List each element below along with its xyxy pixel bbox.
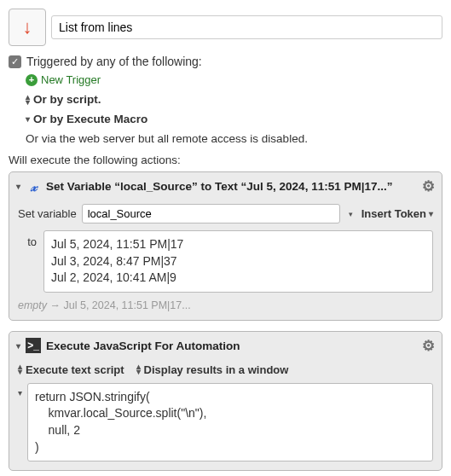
insert-token-button[interactable]: Insert Token ▾ [361,207,433,220]
display-results-select[interactable]: Display results in a window [144,363,289,376]
updown-icon[interactable]: ▴▾ [136,364,141,374]
plus-icon: + [26,74,38,86]
triggered-label: Triggered by any of the following: [26,55,202,68]
action-execute-js: ▾ >_ Execute JavaScript For Automation ⚙… [9,331,442,471]
macro-icon[interactable]: ↓ [9,9,46,46]
or-by-execute-macro-label: Or by Execute Macro [33,113,147,125]
arrow-down-icon: ↓ [23,18,32,37]
chevron-down-icon: ▾ [429,209,433,218]
updown-icon[interactable]: ▴▾ [18,364,22,374]
insert-token-label: Insert Token [361,207,426,220]
or-by-script-label: Or by script. [33,93,101,106]
macro-title-input[interactable] [51,15,442,39]
execute-script-select[interactable]: Execute text script [26,363,124,376]
gear-icon[interactable]: ⚙ [422,337,435,355]
to-label: to [18,230,37,248]
chevron-down-icon: ▾ [26,114,30,124]
new-trigger-button[interactable]: + New Trigger [26,73,442,86]
action-title: Set Variable “local_Source” to Text “Jul… [46,180,392,193]
gear-icon[interactable]: ⚙ [422,177,435,195]
action-set-variable: ▾ 𝓍 Set Variable “local_Source” to Text … [9,171,442,321]
or-by-execute-macro-row[interactable]: ▾ Or by Execute Macro [26,113,442,125]
set-variable-label: Set variable [18,207,77,220]
action-title: Execute JavaScript For Automation [46,340,240,352]
updown-icon: ▴▾ [26,95,30,105]
web-server-note: Or via the web server but all remote acc… [26,132,442,145]
triggered-checkbox[interactable]: ✓ [9,55,21,68]
script-code-input[interactable]: return JSON.stringify( kmvar.local_Sourc… [27,383,433,461]
empty-preview: empty → Jul 5, 2024, 11:51 PM|17... [18,299,433,311]
variable-name-input[interactable] [82,204,340,223]
variable-dropdown[interactable]: ▾ [345,210,356,218]
actions-header: Will execute the following actions: [9,154,442,166]
chevron-down-icon[interactable]: ▾ [16,341,20,351]
terminal-icon: >_ [26,338,41,353]
chevron-down-icon[interactable]: ▾ [18,383,22,398]
or-by-script-row[interactable]: ▴▾ Or by script. [26,93,442,106]
variable-icon: 𝓍 [26,179,41,194]
chevron-down-icon[interactable]: ▾ [16,182,20,191]
variable-text-value[interactable]: Jul 5, 2024, 11:51 PM|17 Jul 3, 2024, 8:… [43,230,433,293]
new-trigger-label: New Trigger [41,73,101,86]
